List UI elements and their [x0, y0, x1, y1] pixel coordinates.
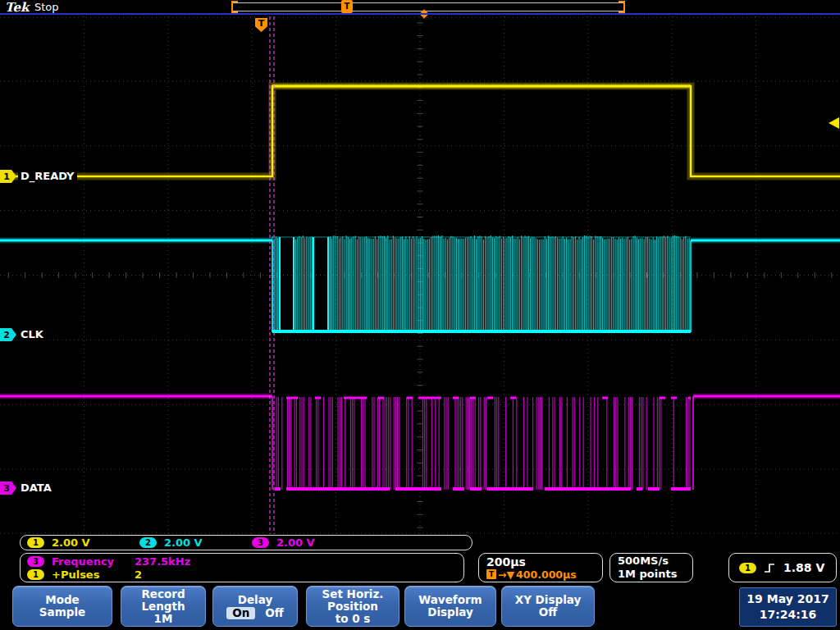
channel1-label: D_READY — [18, 170, 77, 183]
channel3-label: DATA — [18, 482, 54, 495]
channel2-scale: 2 2.00 V — [139, 536, 252, 549]
delay-arrow-icon: →▼ — [498, 568, 514, 581]
mode-button[interactable]: Mode Sample — [12, 586, 112, 627]
channel1-badge: 1 — [27, 537, 44, 548]
channel3-scale: 3 2.00 V — [252, 536, 364, 549]
record-length-value: 1M points — [618, 568, 685, 581]
channel3-scale-value: 2.00 V — [276, 536, 315, 549]
channel1-scale-value: 2.00 V — [52, 536, 90, 549]
sample-rate-value: 500MS/s — [618, 555, 685, 568]
record-length-value: 1M — [154, 613, 173, 625]
oscilloscope-screen: Tek Stop T T 1 D_READY 2 CLK 3 DATA 1 2.… — [0, 0, 840, 630]
delay-toggle: On Off — [226, 607, 284, 619]
measurement2-name: +Pulses — [52, 568, 127, 581]
record-length-label-1: Record — [141, 588, 185, 600]
horizontal-readout: 200µs T →▼ 400.000µs — [478, 553, 603, 582]
delay-value: 400.000µs — [516, 568, 577, 581]
measurement-frequency: 3 Frequency 237.5kHz — [27, 555, 457, 568]
trigger-position-icon: T — [341, 0, 353, 13]
measurement2-value: 2 — [135, 568, 142, 581]
delay-off-option[interactable]: Off — [265, 607, 283, 619]
date-value: 19 May 2017 — [746, 591, 829, 607]
channel2-badge: 2 — [139, 537, 157, 548]
trigger-source-badge: 1 — [739, 563, 756, 573]
channel2-label: CLK — [18, 328, 46, 341]
acquisition-preview-bar: T — [232, 2, 624, 11]
window-bracket-right-icon — [619, 1, 625, 13]
mode-label: Mode — [45, 594, 80, 606]
set-horiz-label-3: to 0 s — [336, 613, 371, 625]
record-length-button[interactable]: Record Length 1M — [121, 586, 206, 627]
waveform-display-button[interactable]: Waveform Display — [404, 586, 496, 627]
waveform-display-label-1: Waveform — [418, 594, 482, 606]
rising-edge-icon — [764, 562, 776, 574]
channel3-badge: 3 — [252, 537, 269, 548]
waveform-display-label-2: Display — [427, 606, 473, 619]
datetime-display: 19 May 2017 17:24:16 — [739, 587, 837, 627]
timebase-value: 200µs — [486, 555, 595, 568]
measurement1-name: Frequency — [52, 555, 127, 568]
measurement2-source-badge: 1 — [27, 569, 44, 580]
top-divider — [0, 13, 840, 15]
delay-readout: T →▼ 400.000µs — [486, 568, 595, 581]
acquisition-readout: 500MS/s 1M points — [609, 553, 693, 582]
xy-display-button[interactable]: XY Display Off — [501, 586, 595, 627]
measurement-pulses: 1 +Pulses 2 — [27, 568, 457, 581]
measurement1-value: 237.5kHz — [135, 555, 190, 568]
delay-button[interactable]: Delay On Off — [212, 586, 298, 627]
xy-display-value: Off — [539, 606, 557, 619]
waveform-graticule — [0, 16, 840, 534]
trigger-readout: 1 1.88 V — [728, 553, 837, 582]
record-length-label-2: Length — [141, 600, 185, 613]
set-horiz-label-1: Set Horiz. — [322, 588, 384, 600]
xy-display-label: XY Display — [515, 594, 582, 606]
trigger-flag-small-icon: T — [486, 569, 496, 579]
time-value: 17:24:16 — [760, 607, 817, 623]
set-horizontal-position-button[interactable]: Set Horiz. Position to 0 s — [306, 586, 399, 627]
channel1-scale: 1 2.00 V — [27, 536, 139, 549]
trigger-level-value: 1.88 V — [783, 561, 824, 574]
measurement1-source-badge: 3 — [27, 556, 44, 567]
window-bracket-left-icon — [231, 1, 238, 13]
channel-scale-readouts: 1 2.00 V 2 2.00 V 3 2.00 V — [20, 535, 472, 550]
delay-label: Delay — [238, 594, 272, 606]
menu-bar: Mode Sample Record Length 1M Delay On Of… — [0, 584, 840, 630]
channel2-scale-value: 2.00 V — [164, 536, 203, 549]
measurement-readouts: 3 Frequency 237.5kHz 1 +Pulses 2 — [20, 553, 464, 582]
set-horiz-label-2: Position — [327, 600, 378, 613]
mode-value: Sample — [39, 606, 85, 619]
delay-on-option[interactable]: On — [226, 607, 255, 619]
acquisition-status: Stop — [34, 1, 59, 13]
